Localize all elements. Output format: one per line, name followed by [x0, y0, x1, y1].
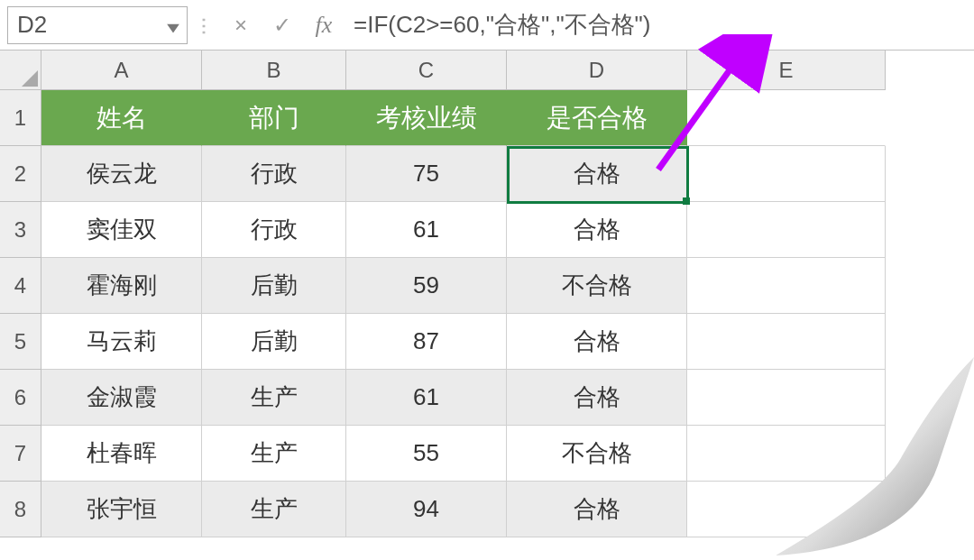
- column-headers: A B C D E: [41, 50, 886, 90]
- cell-result[interactable]: 合格: [507, 314, 687, 370]
- cell-dept[interactable]: 行政: [202, 146, 346, 202]
- spreadsheet-grid[interactable]: A B C D E 1 2 3 4 5 6 7 8 姓名 部门 考核业绩 是否合…: [0, 50, 974, 555]
- cancel-button[interactable]: ×: [220, 6, 262, 44]
- name-box-value: D2: [17, 11, 47, 39]
- cell-name[interactable]: 金淑霞: [41, 370, 202, 426]
- cell-result[interactable]: 不合格: [507, 426, 687, 482]
- chevron-down-icon[interactable]: [167, 11, 179, 39]
- cell-name[interactable]: 窦佳双: [41, 202, 202, 258]
- formula-input[interactable]: =IF(C2>=60,"合格","不合格"): [345, 6, 967, 44]
- cell-empty[interactable]: [687, 258, 886, 314]
- table-row: 马云莉 后勤 87 合格: [41, 314, 886, 370]
- cell-name[interactable]: 侯云龙: [41, 146, 202, 202]
- cell-score[interactable]: 94: [346, 482, 507, 537]
- header-name[interactable]: 姓名: [41, 90, 202, 146]
- row-header-8[interactable]: 8: [0, 482, 41, 537]
- cell-name[interactable]: 张宇恒: [41, 482, 202, 537]
- cell-e1[interactable]: [687, 90, 886, 146]
- cell-dept[interactable]: 生产: [202, 370, 346, 426]
- cell-dept[interactable]: 后勤: [202, 258, 346, 314]
- column-header-c[interactable]: C: [346, 50, 507, 90]
- cell-dept[interactable]: 后勤: [202, 314, 346, 370]
- separator-icon: ⋮: [193, 14, 215, 36]
- cell-empty[interactable]: [687, 482, 886, 537]
- cell-result[interactable]: 合格: [507, 146, 687, 202]
- cells-area: 姓名 部门 考核业绩 是否合格 侯云龙 行政 75 合格 窦佳双 行政 61 合…: [41, 90, 886, 537]
- table-header-row: 姓名 部门 考核业绩 是否合格: [41, 90, 886, 146]
- check-icon: ✓: [273, 13, 291, 38]
- cell-dept[interactable]: 生产: [202, 426, 346, 482]
- cell-name[interactable]: 马云莉: [41, 314, 202, 370]
- column-header-b[interactable]: B: [202, 50, 346, 90]
- column-header-d[interactable]: D: [507, 50, 687, 90]
- cell-name[interactable]: 杜春晖: [41, 426, 202, 482]
- cell-empty[interactable]: [687, 370, 886, 426]
- column-header-e[interactable]: E: [687, 50, 886, 90]
- row-header-2[interactable]: 2: [0, 146, 41, 202]
- header-result[interactable]: 是否合格: [507, 90, 687, 146]
- cell-score[interactable]: 87: [346, 314, 507, 370]
- cell-empty[interactable]: [687, 202, 886, 258]
- cell-empty[interactable]: [687, 314, 886, 370]
- select-all-corner[interactable]: [0, 50, 41, 90]
- cell-score[interactable]: 61: [346, 370, 507, 426]
- cell-name[interactable]: 霍海刚: [41, 258, 202, 314]
- table-row: 窦佳双 行政 61 合格: [41, 202, 886, 258]
- row-header-5[interactable]: 5: [0, 314, 41, 370]
- row-header-7[interactable]: 7: [0, 426, 41, 482]
- row-header-6[interactable]: 6: [0, 370, 41, 426]
- row-header-3[interactable]: 3: [0, 202, 41, 258]
- cell-result[interactable]: 合格: [507, 202, 687, 258]
- confirm-button[interactable]: ✓: [262, 6, 303, 44]
- formula-bar: D2 ⋮ × ✓ fx =IF(C2>=60,"合格","不合格"): [0, 0, 974, 50]
- table-row: 霍海刚 后勤 59 不合格: [41, 258, 886, 314]
- x-icon: ×: [234, 13, 247, 38]
- svg-marker-0: [167, 23, 179, 32]
- fx-icon: fx: [316, 12, 333, 39]
- cell-dept[interactable]: 生产: [202, 482, 346, 537]
- cell-empty[interactable]: [687, 426, 886, 482]
- row-header-1[interactable]: 1: [0, 90, 41, 146]
- formula-text: =IF(C2>=60,"合格","不合格"): [354, 9, 651, 41]
- row-headers: 1 2 3 4 5 6 7 8: [0, 90, 41, 537]
- cell-result[interactable]: 不合格: [507, 258, 687, 314]
- header-score[interactable]: 考核业绩: [346, 90, 507, 146]
- cell-score[interactable]: 59: [346, 258, 507, 314]
- name-box[interactable]: D2: [7, 6, 188, 44]
- header-dept[interactable]: 部门: [202, 90, 346, 146]
- table-row: 张宇恒 生产 94 合格: [41, 482, 886, 537]
- table-row: 杜春晖 生产 55 不合格: [41, 426, 886, 482]
- cell-score[interactable]: 55: [346, 426, 507, 482]
- cell-score[interactable]: 61: [346, 202, 507, 258]
- cell-score[interactable]: 75: [346, 146, 507, 202]
- table-row: 侯云龙 行政 75 合格: [41, 146, 886, 202]
- table-row: 金淑霞 生产 61 合格: [41, 370, 886, 426]
- cell-result[interactable]: 合格: [507, 370, 687, 426]
- column-header-a[interactable]: A: [41, 50, 202, 90]
- insert-function-button[interactable]: fx: [303, 6, 345, 44]
- row-header-4[interactable]: 4: [0, 258, 41, 314]
- cell-dept[interactable]: 行政: [202, 202, 346, 258]
- cell-empty[interactable]: [687, 146, 886, 202]
- cell-result[interactable]: 合格: [507, 482, 687, 537]
